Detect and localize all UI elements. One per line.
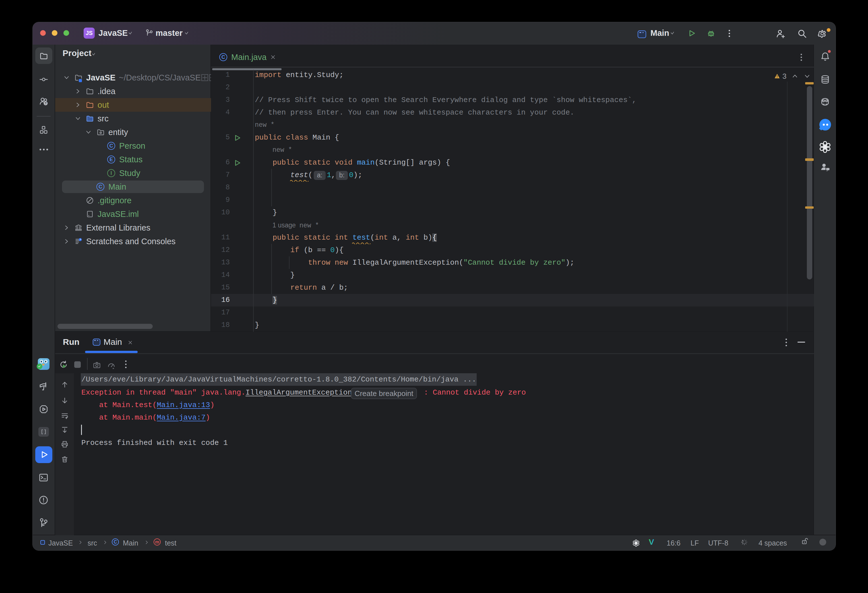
svg-text:?: ?: [45, 102, 46, 105]
